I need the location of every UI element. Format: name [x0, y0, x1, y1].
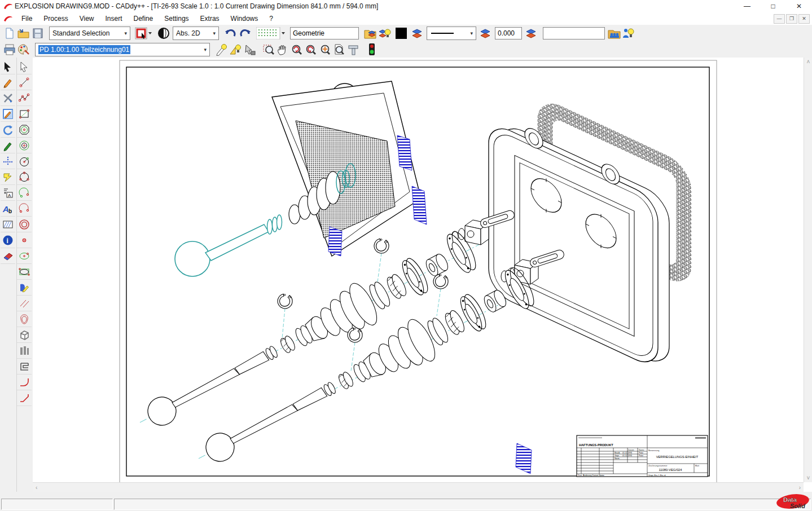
- menu-file[interactable]: File: [16, 13, 38, 24]
- menu-help[interactable]: ?: [264, 13, 279, 24]
- solid-view-tool[interactable]: [17, 343, 32, 359]
- line-width-input[interactable]: [495, 27, 522, 39]
- menu-extras[interactable]: Extras: [195, 13, 225, 24]
- close-button[interactable]: ✕: [786, 0, 812, 12]
- vertical-scrollbar[interactable]: ˄ ˅: [804, 58, 812, 482]
- rectangle-tool[interactable]: [17, 106, 32, 122]
- info-tool[interactable]: i: [1, 232, 15, 248]
- select-arrow-gray-icon[interactable]: [243, 42, 257, 56]
- active-drawing-dropdown[interactable]: PD 1.00:1.00 Teilzeichnung01 ▾: [35, 43, 210, 56]
- spline-tool[interactable]: [17, 280, 32, 296]
- rotate-tool[interactable]: [1, 122, 15, 138]
- circle-radius-tool[interactable]: [17, 153, 32, 169]
- palette-button[interactable]: [16, 42, 30, 56]
- zoom-next-button[interactable]: [304, 42, 318, 56]
- contour-tool[interactable]: [17, 311, 32, 327]
- titleblock-label-sheet: Blatt: [695, 465, 699, 467]
- eraser-tool[interactable]: [1, 248, 15, 264]
- menu-process[interactable]: Process: [38, 13, 73, 24]
- app-logo-icon: [3, 2, 13, 10]
- detail-pencil-tool[interactable]: [1, 138, 15, 153]
- line-layer-icon[interactable]: [410, 26, 424, 40]
- offset-contour-tool[interactable]: [17, 359, 32, 375]
- coordinate-sphere-icon[interactable]: [156, 26, 170, 40]
- ruler-light-icon[interactable]: [229, 42, 243, 56]
- pen-light-icon[interactable]: [214, 42, 229, 56]
- save-button[interactable]: [30, 26, 45, 40]
- width-layer-icon[interactable]: [479, 26, 493, 40]
- parallel-lines-tool[interactable]: [17, 296, 32, 311]
- scroll-up-arrow[interactable]: ˄: [804, 58, 812, 66]
- grid-settings-button[interactable]: [256, 26, 286, 40]
- new-file-button[interactable]: [2, 26, 16, 40]
- select-arrow-tool[interactable]: [1, 59, 15, 74]
- circle-3point-tool[interactable]: [17, 169, 32, 185]
- hatch-tool[interactable]: [1, 217, 15, 232]
- group-manager-icon[interactable]: [607, 26, 621, 40]
- fillet-tool[interactable]: [17, 375, 32, 390]
- arc-start-tool[interactable]: [17, 185, 32, 201]
- selection-mode-dropdown[interactable]: Standard Selection ▾: [49, 27, 130, 40]
- horizontal-scrollbar[interactable]: ‹ ›: [33, 482, 804, 492]
- snap-grid-tool[interactable]: [1, 153, 15, 169]
- mdi-close-button[interactable]: ✕: [798, 14, 810, 24]
- pan-hand-button[interactable]: [275, 42, 289, 56]
- zoom-previous-button[interactable]: [289, 42, 304, 56]
- title-block: HAFTUNGS-PRODUKT Benennung VERRIEGELUNGS…: [577, 435, 708, 477]
- line-tool[interactable]: [17, 74, 32, 90]
- concentric-circle-tool[interactable]: [17, 138, 32, 153]
- open-file-button[interactable]: [16, 26, 30, 40]
- ellipse-tool[interactable]: [17, 248, 32, 264]
- redraw-tsquare-button[interactable]: [346, 42, 360, 56]
- zoom-window-button[interactable]: [261, 42, 275, 56]
- menu-insert[interactable]: Insert: [100, 13, 128, 24]
- drafting-square-tool[interactable]: [1, 106, 15, 122]
- menu-settings[interactable]: Settings: [159, 13, 194, 24]
- menu-windows[interactable]: Windows: [225, 13, 264, 24]
- menu-view[interactable]: View: [74, 13, 100, 24]
- line-style-dropdown[interactable]: ▾: [427, 27, 476, 40]
- mdi-minimize-button[interactable]: —: [774, 14, 785, 24]
- undo-button[interactable]: [223, 26, 238, 40]
- maximize-button[interactable]: □: [760, 0, 786, 12]
- ellipse-box-tool[interactable]: [17, 264, 32, 280]
- dimension-text-tool[interactable]: A: [1, 185, 15, 201]
- donut-tool[interactable]: [17, 217, 32, 232]
- style-layer-icon[interactable]: [524, 26, 538, 40]
- sketch-pencil-tool[interactable]: [1, 74, 15, 90]
- quick-pick-tool[interactable]: [1, 169, 15, 185]
- zoom-all-button[interactable]: [318, 42, 332, 56]
- user-idea-icon[interactable]: [621, 26, 635, 40]
- menu-define[interactable]: Define: [128, 13, 159, 24]
- select-white-arrow-tool[interactable]: [17, 59, 32, 74]
- point-tool[interactable]: [17, 232, 32, 248]
- zoom-page-button[interactable]: [332, 42, 346, 56]
- layer-folder-icon[interactable]: [363, 26, 378, 40]
- modify-tools-tool[interactable]: [1, 90, 15, 106]
- selection-color-button[interactable]: [135, 26, 152, 40]
- arc-3point-tool[interactable]: [17, 201, 32, 217]
- minimize-button[interactable]: —: [734, 0, 760, 12]
- drawing-workspace[interactable]: HAFTUNGS-PRODUKT Benennung VERRIEGELUNGS…: [33, 58, 804, 482]
- titleblock-label-name: Benennung: [648, 450, 659, 452]
- redo-button[interactable]: [238, 26, 252, 40]
- chamfer-tool[interactable]: [17, 390, 32, 406]
- polyline-tool[interactable]: [17, 90, 32, 106]
- titleblock-row-norm: Norm: [615, 457, 620, 460]
- group-name-input[interactable]: [290, 27, 359, 39]
- box-3d-tool[interactable]: [17, 327, 32, 343]
- polygon-tool[interactable]: [17, 122, 32, 138]
- print-button[interactable]: [2, 42, 16, 56]
- titleblock-label-namecol: Name: [639, 449, 644, 451]
- active-color-swatch[interactable]: [394, 26, 408, 40]
- scroll-right-arrow[interactable]: ›: [796, 483, 804, 492]
- text-tool[interactable]: Ab: [1, 201, 15, 217]
- mdi-restore-button[interactable]: ❐: [786, 14, 797, 24]
- scroll-down-arrow[interactable]: ˅: [804, 474, 812, 482]
- scroll-left-arrow[interactable]: ‹: [33, 483, 40, 492]
- status-light-indicator[interactable]: [365, 42, 379, 56]
- coordinate-mode-dropdown[interactable]: Abs. 2D ▾: [173, 27, 219, 40]
- drawing-canvas: HAFTUNGS-PRODUKT Benennung VERRIEGELUNGS…: [33, 58, 804, 482]
- name-input[interactable]: [543, 27, 605, 39]
- layer-visibility-bulb-icon[interactable]: [378, 26, 392, 40]
